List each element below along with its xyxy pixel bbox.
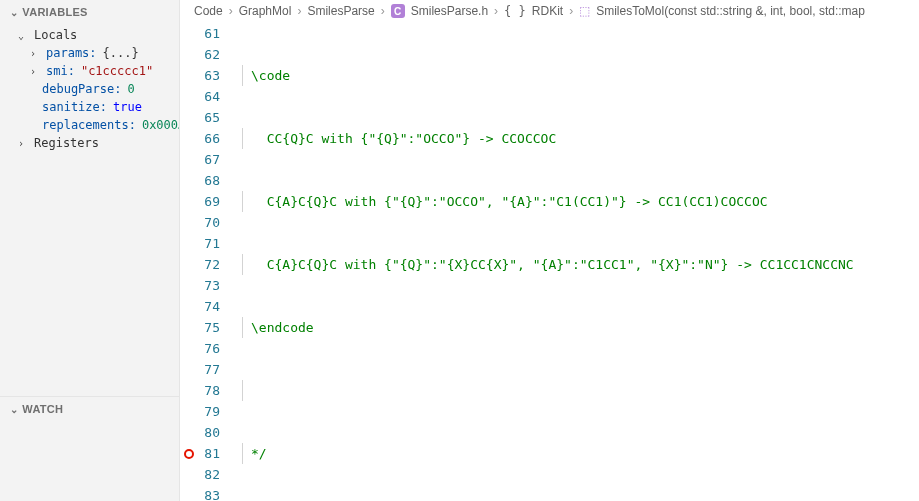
var-value: 0x000… bbox=[142, 118, 179, 132]
line-number[interactable]: 61 bbox=[180, 23, 220, 44]
chevron-right-icon: › bbox=[381, 4, 385, 18]
locals-label: Locals bbox=[34, 28, 77, 42]
variables-title: VARIABLES bbox=[22, 6, 87, 18]
code-text: CC{Q}C with {"{Q}":"OCCO"} -> CCOCCOC bbox=[251, 131, 556, 146]
code-text: */ bbox=[251, 446, 267, 461]
breadcrumb-item[interactable]: Code bbox=[194, 4, 223, 18]
line-number[interactable]: 72 bbox=[180, 254, 220, 275]
chevron-right-icon: › bbox=[229, 4, 233, 18]
line-number[interactable]: 67 bbox=[180, 149, 220, 170]
breadcrumb-item[interactable]: RDKit bbox=[532, 4, 563, 18]
line-number[interactable]: 69 bbox=[180, 191, 220, 212]
breadcrumb-item[interactable]: SmilesToMol(const std::string &, int, bo… bbox=[596, 4, 865, 18]
debug-sidebar: ⌄ VARIABLES ⌄ Locals › params: {...} › s… bbox=[0, 0, 180, 501]
line-number[interactable]: 70 bbox=[180, 212, 220, 233]
line-number[interactable]: 63 bbox=[180, 65, 220, 86]
locals-header[interactable]: ⌄ Locals bbox=[0, 26, 179, 44]
chevron-down-icon: ⌄ bbox=[18, 30, 28, 41]
breadcrumb-item[interactable]: SmilesParse bbox=[307, 4, 374, 18]
line-number[interactable]: 77 bbox=[180, 359, 220, 380]
var-row-replacements[interactable]: replacements: 0x000… bbox=[0, 116, 179, 134]
chevron-right-icon: › bbox=[18, 138, 28, 149]
code-text: C{A}C{Q}C with {"{Q}":"OCCO", "{A}":"C1(… bbox=[251, 194, 768, 209]
chevron-down-icon: ⌄ bbox=[10, 7, 18, 18]
line-number[interactable]: 68 bbox=[180, 170, 220, 191]
chevron-right-icon: › bbox=[569, 4, 573, 18]
code-text: \code bbox=[251, 68, 290, 83]
var-name: debugParse: bbox=[42, 82, 121, 96]
watch-section: ⌄ WATCH bbox=[0, 396, 179, 501]
watch-title: WATCH bbox=[22, 403, 63, 415]
code-editor[interactable]: 61 62 63 64 65 66 67 68 69 70 71 72 73 7… bbox=[180, 23, 919, 501]
var-name: sanitize: bbox=[42, 100, 107, 114]
editor-main: Code › GraphMol › SmilesParse › C Smiles… bbox=[180, 0, 919, 501]
line-number[interactable]: 71 bbox=[180, 233, 220, 254]
var-row-debugparse[interactable]: debugParse: 0 bbox=[0, 80, 179, 98]
line-gutter[interactable]: 61 62 63 64 65 66 67 68 69 70 71 72 73 7… bbox=[180, 23, 238, 501]
registers-header[interactable]: › Registers bbox=[0, 134, 179, 152]
chevron-right-icon: › bbox=[297, 4, 301, 18]
line-number[interactable]: 66 bbox=[180, 128, 220, 149]
var-name: replacements: bbox=[42, 118, 136, 132]
line-number[interactable]: 82 bbox=[180, 464, 220, 485]
line-number[interactable]: 65 bbox=[180, 107, 220, 128]
line-number[interactable]: 80 bbox=[180, 422, 220, 443]
line-number[interactable]: 74 bbox=[180, 296, 220, 317]
var-row-params[interactable]: › params: {...} bbox=[0, 44, 179, 62]
line-number[interactable]: 75 bbox=[180, 317, 220, 338]
line-number[interactable]: 73 bbox=[180, 275, 220, 296]
namespace-icon: { } bbox=[504, 4, 526, 18]
code-text: \endcode bbox=[251, 320, 314, 335]
method-icon: ⬚ bbox=[579, 4, 590, 18]
var-value: "c1ccccc1" bbox=[81, 64, 153, 78]
watch-section-header[interactable]: ⌄ WATCH bbox=[0, 397, 179, 421]
code-content[interactable]: \code CC{Q}C with {"{Q}":"OCCO"} -> CCOC… bbox=[238, 23, 919, 501]
var-value: true bbox=[113, 100, 142, 114]
breakpoint-icon[interactable] bbox=[184, 449, 194, 459]
breadcrumb-item[interactable]: SmilesParse.h bbox=[411, 4, 488, 18]
code-text: C{A}C{Q}C with {"{Q}":"{X}CC{X}", "{A}":… bbox=[251, 257, 854, 272]
c-file-icon: C bbox=[391, 4, 405, 18]
var-name: smi: bbox=[46, 64, 75, 78]
breadcrumb-item[interactable]: GraphMol bbox=[239, 4, 292, 18]
line-number[interactable]: 62 bbox=[180, 44, 220, 65]
registers-label: Registers bbox=[34, 136, 99, 150]
breadcrumb[interactable]: Code › GraphMol › SmilesParse › C Smiles… bbox=[180, 0, 919, 23]
line-number[interactable]: 83 bbox=[180, 485, 220, 501]
line-number[interactable]: 78 bbox=[180, 380, 220, 401]
var-row-smi[interactable]: › smi: "c1ccccc1" bbox=[0, 62, 179, 80]
chevron-down-icon: ⌄ bbox=[10, 404, 18, 415]
line-number[interactable]: 81 bbox=[180, 443, 220, 464]
var-row-sanitize[interactable]: sanitize: true bbox=[0, 98, 179, 116]
var-name: params: bbox=[46, 46, 97, 60]
var-value: 0 bbox=[127, 82, 134, 96]
chevron-right-icon: › bbox=[494, 4, 498, 18]
chevron-right-icon: › bbox=[30, 66, 40, 77]
line-number[interactable]: 76 bbox=[180, 338, 220, 359]
chevron-right-icon: › bbox=[30, 48, 40, 59]
variables-section-header[interactable]: ⌄ VARIABLES bbox=[0, 0, 179, 24]
line-number[interactable]: 79 bbox=[180, 401, 220, 422]
line-number[interactable]: 64 bbox=[180, 86, 220, 107]
var-value: {...} bbox=[103, 46, 139, 60]
variables-tree: ⌄ Locals › params: {...} › smi: "c1ccccc… bbox=[0, 24, 179, 154]
